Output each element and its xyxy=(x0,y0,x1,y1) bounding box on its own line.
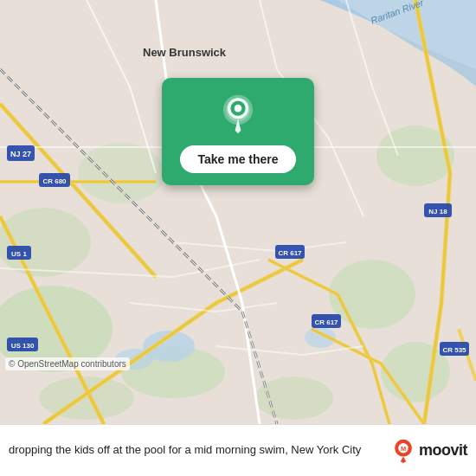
svg-point-35 xyxy=(235,105,242,113)
svg-text:CR 680: CR 680 xyxy=(42,177,67,185)
svg-text:CR 617: CR 617 xyxy=(278,249,302,257)
svg-text:CR 535: CR 535 xyxy=(442,346,466,354)
svg-text:NJ 27: NJ 27 xyxy=(10,150,31,158)
map-attribution: © OpenStreetMap contributors xyxy=(5,357,130,370)
location-card: Take me there xyxy=(162,78,314,185)
map-container: NJ 27 CR 680 US 1 US 130 NJ 18 CR 617 CR… xyxy=(0,0,476,424)
moovit-pin-icon: M xyxy=(391,439,415,463)
svg-text:US 1: US 1 xyxy=(11,250,27,258)
svg-point-3 xyxy=(329,260,415,329)
svg-point-5 xyxy=(39,376,134,420)
destination-description: dropping the kids off at the pool for a … xyxy=(9,443,391,458)
svg-text:New Brunswick: New Brunswick xyxy=(143,46,227,59)
moovit-logo: M moovit xyxy=(391,439,467,463)
svg-point-9 xyxy=(78,143,164,203)
take-me-there-button[interactable]: Take me there xyxy=(180,145,295,173)
svg-text:CR 617: CR 617 xyxy=(314,318,338,326)
svg-text:M: M xyxy=(401,445,406,453)
svg-point-6 xyxy=(255,376,333,420)
moovit-brand-name: moovit xyxy=(419,441,467,460)
svg-text:US 130: US 130 xyxy=(11,342,35,350)
bottom-bar: dropping the kids off at the pool for a … xyxy=(0,424,476,476)
location-pin-icon xyxy=(217,93,259,135)
svg-text:NJ 18: NJ 18 xyxy=(428,208,447,215)
